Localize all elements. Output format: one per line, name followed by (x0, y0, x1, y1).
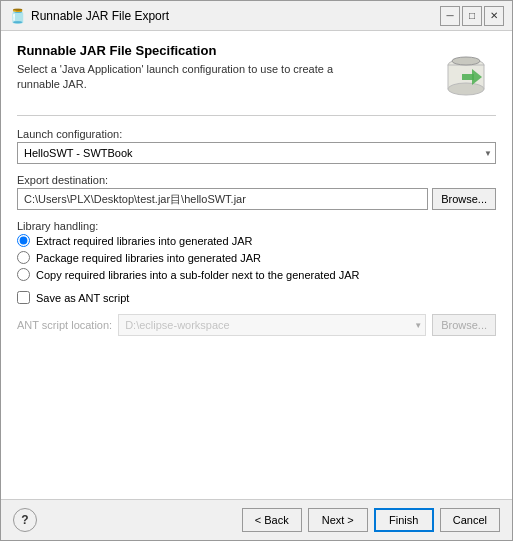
radio-extract-label: Extract required libraries into generate… (36, 235, 252, 247)
help-button[interactable]: ? (13, 508, 37, 532)
content-area: Runnable JAR File Specification Select a… (1, 31, 512, 499)
launch-config-section: Launch configuration: HelloSWT - SWTBook… (17, 128, 496, 164)
ant-script-label: Save as ANT script (36, 292, 129, 304)
jar-icon (440, 47, 492, 99)
launch-config-label: Launch configuration: (17, 128, 496, 140)
header-divider (17, 115, 496, 116)
radio-copy-label: Copy required libraries into a sub-folde… (36, 269, 359, 281)
header-left: Runnable JAR File Specification Select a… (17, 43, 436, 93)
ant-location-row: ANT script location: D:\eclipse-workspac… (17, 314, 496, 336)
cancel-button[interactable]: Cancel (440, 508, 500, 532)
section-desc-line2: runnable JAR. (17, 77, 436, 92)
radio-extract[interactable]: Extract required libraries into generate… (17, 234, 496, 247)
ant-location-select: D:\eclipse-workspace (118, 314, 426, 336)
library-handling-radio-group: Extract required libraries into generate… (17, 234, 496, 281)
radio-package-input[interactable] (17, 251, 30, 264)
ant-script-checkbox[interactable] (17, 291, 30, 304)
export-destination-section: Export destination: Browse... (17, 174, 496, 210)
window-controls: ─ □ ✕ (440, 6, 504, 26)
library-handling-label: Library handling: (17, 220, 496, 232)
title-bar: 🫙 Runnable JAR File Export ─ □ ✕ (1, 1, 512, 31)
radio-package-label: Package required libraries into generate… (36, 252, 261, 264)
export-destination-row: Browse... (17, 188, 496, 210)
ant-browse-button: Browse... (432, 314, 496, 336)
next-button[interactable]: Next > (308, 508, 368, 532)
launch-config-wrapper: HelloSWT - SWTBook ▼ (17, 142, 496, 164)
svg-point-2 (448, 83, 484, 95)
footer: ? < Back Next > Finish Cancel (1, 499, 512, 540)
maximize-button[interactable]: □ (462, 6, 482, 26)
close-button[interactable]: ✕ (484, 6, 504, 26)
window-title: Runnable JAR File Export (31, 9, 434, 23)
finish-button[interactable]: Finish (374, 508, 434, 532)
library-handling-section: Library handling: Extract required libra… (17, 220, 496, 281)
radio-copy[interactable]: Copy required libraries into a sub-folde… (17, 268, 496, 281)
back-button[interactable]: < Back (242, 508, 302, 532)
section-title: Runnable JAR File Specification (17, 43, 436, 58)
header-row: Runnable JAR File Specification Select a… (17, 43, 496, 103)
radio-package[interactable]: Package required libraries into generate… (17, 251, 496, 264)
window: 🫙 Runnable JAR File Export ─ □ ✕ Runnabl… (0, 0, 513, 541)
content-spacer (17, 346, 496, 487)
svg-rect-5 (462, 74, 474, 80)
svg-point-3 (452, 57, 480, 65)
export-destination-label: Export destination: (17, 174, 496, 186)
ant-location-label: ANT script location: (17, 319, 112, 331)
minimize-button[interactable]: ─ (440, 6, 460, 26)
window-icon: 🫙 (9, 8, 25, 24)
ant-script-checkbox-row: Save as ANT script (17, 291, 496, 304)
export-destination-input[interactable] (17, 188, 428, 210)
export-browse-button[interactable]: Browse... (432, 188, 496, 210)
ant-location-wrapper: D:\eclipse-workspace ▼ (118, 314, 426, 336)
radio-extract-input[interactable] (17, 234, 30, 247)
section-desc-line1: Select a 'Java Application' launch confi… (17, 62, 436, 77)
jar-icon-area (436, 43, 496, 103)
launch-config-select[interactable]: HelloSWT - SWTBook (17, 142, 496, 164)
radio-copy-input[interactable] (17, 268, 30, 281)
